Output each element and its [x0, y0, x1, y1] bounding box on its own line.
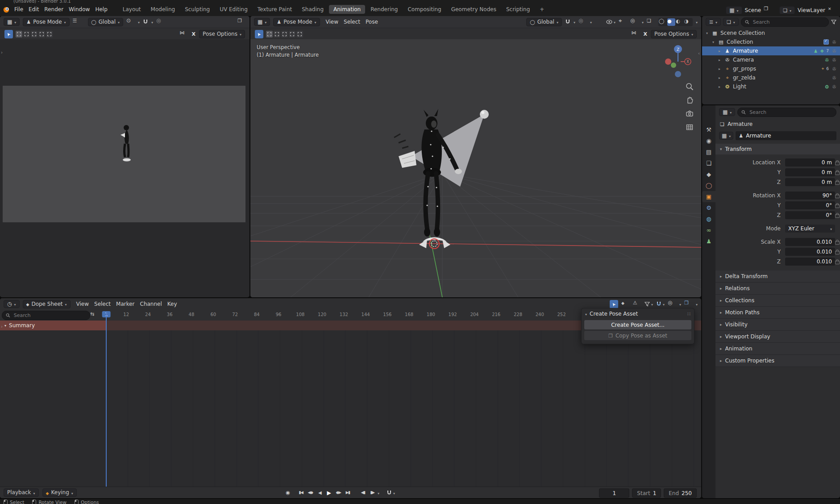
gizmos-icon[interactable]: [619, 18, 627, 26]
create-pose-asset-button[interactable]: Create Pose Asset...: [584, 320, 691, 329]
workspace-tab[interactable]: Compositing: [403, 5, 445, 14]
chevron-down-icon[interactable]: [696, 301, 698, 307]
collapsed-menus-icon[interactable]: [73, 18, 81, 26]
menu-item[interactable]: Edit: [26, 5, 42, 13]
search-input[interactable]: [749, 109, 832, 116]
rotation-mode-dropdown[interactable]: XYZ Euler: [785, 225, 835, 233]
pose-options-dropdown[interactable]: Pose Options: [199, 30, 245, 38]
outliner-row[interactable]: ▸ ⌖ gr_props ⌖ 6 ✇: [702, 64, 840, 73]
x-axis-mirror-toggle[interactable]: X: [643, 31, 648, 37]
view-layer-name[interactable]: ViewLayer: [798, 7, 825, 13]
snap-toggle[interactable]: [143, 19, 148, 25]
lock-icon[interactable]: [835, 179, 840, 185]
select-mode-button[interactable]: [281, 31, 288, 37]
properties-tab[interactable]: ❏: [702, 158, 715, 169]
outliner-row[interactable]: ▸ ✇ Camera ✇ ✇: [702, 55, 840, 64]
show-errors-icon[interactable]: [633, 300, 641, 308]
collapsed-panel-header[interactable]: ▸ Relations: [715, 283, 840, 295]
chevron-down-icon[interactable]: [642, 19, 644, 25]
number-field[interactable]: 0°: [785, 201, 835, 209]
lock-icon[interactable]: [835, 259, 840, 264]
select-mode-button[interactable]: [266, 31, 273, 37]
snap-toggle[interactable]: [565, 19, 570, 25]
secondary-viewport-canvas[interactable]: ›: [0, 39, 250, 297]
keyframe-filter-icon[interactable]: [621, 300, 630, 308]
copy-pose-as-asset-button[interactable]: Copy Pose as Asset: [584, 331, 691, 340]
number-field[interactable]: 0.010: [785, 238, 835, 246]
panel-header[interactable]: Create Pose Asset: [582, 308, 694, 319]
number-field[interactable]: 0 m: [785, 178, 835, 186]
render-visibility-icon[interactable]: ✇: [831, 49, 837, 54]
mode-selector[interactable]: Pose Mode: [273, 18, 320, 26]
playback-dropdown[interactable]: Playback: [4, 488, 39, 497]
editor-type-selector[interactable]: [254, 18, 270, 26]
display-mode-selector[interactable]: [723, 18, 739, 26]
render-visibility-icon[interactable]: ✇: [831, 58, 837, 62]
select-mode-button[interactable]: [46, 31, 53, 37]
play-reverse-button[interactable]: [318, 491, 321, 495]
chevron-down-icon[interactable]: [696, 19, 698, 25]
workspace-tab[interactable]: Geometry Nodes: [447, 5, 501, 14]
header-extra-icon[interactable]: [237, 18, 246, 26]
lock-icon[interactable]: [835, 212, 840, 218]
workspace-tab[interactable]: Layout: [118, 5, 146, 14]
camera-view-icon[interactable]: [685, 109, 694, 118]
properties-tab[interactable]: ◉: [702, 135, 715, 146]
workspace-tab[interactable]: Animation: [329, 5, 365, 14]
remove-view-layer-icon[interactable]: [828, 6, 836, 14]
properties-tab[interactable]: ♟: [702, 236, 715, 247]
properties-tab[interactable]: ◯: [702, 180, 715, 191]
search-input[interactable]: [13, 312, 86, 319]
workspace-tab[interactable]: Sculpting: [180, 5, 214, 14]
workspace-tab[interactable]: UV Editing: [215, 5, 252, 14]
viewport-canvas[interactable]: User Perspective (1) Armature | Armature…: [250, 39, 701, 297]
dope-sheet-mode-selector[interactable]: Dope Sheet: [23, 300, 71, 308]
menu-item[interactable]: View: [323, 18, 341, 26]
overlay-icon[interactable]: [684, 300, 693, 308]
drag-grip-icon[interactable]: [687, 311, 690, 317]
menu-item[interactable]: Select: [91, 300, 113, 308]
number-field[interactable]: 0 m: [785, 168, 835, 176]
select-mode-button[interactable]: [289, 31, 295, 37]
filter-funnel-icon[interactable]: [645, 301, 653, 307]
filter-funnel-icon[interactable]: [831, 19, 836, 25]
mirror-icon[interactable]: [632, 30, 640, 38]
shading-wireframe-icon[interactable]: [659, 18, 667, 26]
lock-icon[interactable]: [835, 249, 840, 254]
chevron-down-icon[interactable]: [151, 19, 153, 25]
shading-rendered-icon[interactable]: [684, 18, 692, 26]
new-scene-icon[interactable]: [764, 6, 772, 14]
overlays-icon[interactable]: [630, 18, 639, 26]
chevron-down-icon[interactable]: [138, 19, 140, 25]
editor-type-selector[interactable]: [719, 108, 735, 116]
select-mode-button[interactable]: [38, 31, 45, 37]
collapse-arrow-icon[interactable]: [585, 311, 587, 317]
channel-search[interactable]: [2, 311, 90, 320]
panel-toggle-icon[interactable]: ›: [1, 324, 3, 329]
search-input[interactable]: [752, 19, 825, 25]
collapsed-panel-header[interactable]: ▸ Animation: [715, 343, 840, 355]
navigation-gizmo[interactable]: Z X: [664, 44, 692, 83]
jump-to-start-button[interactable]: [299, 491, 303, 495]
editor-type-selector[interactable]: [4, 300, 20, 308]
outliner-row[interactable]: ▸ ⌖ gr_zelda ✇: [702, 73, 840, 82]
collection-checkbox[interactable]: [823, 39, 829, 45]
next-keyframe-button[interactable]: [336, 491, 341, 495]
playhead-line[interactable]: [106, 312, 107, 487]
chevron-down-icon[interactable]: [574, 19, 575, 25]
menu-item[interactable]: View: [74, 300, 91, 308]
menu-item[interactable]: Key: [165, 300, 180, 308]
disclosure-arrow-icon[interactable]: ▾: [705, 31, 709, 35]
pose-options-dropdown[interactable]: Pose Options: [651, 30, 697, 38]
collapsed-panel-header[interactable]: ▸ Motion Paths: [715, 307, 840, 319]
summary-channel[interactable]: ▾ Summary: [0, 321, 106, 330]
render-visibility-icon[interactable]: ✇: [831, 67, 837, 71]
transform-orientation-selector[interactable]: Global: [88, 18, 124, 26]
select-mode-button[interactable]: [274, 31, 280, 37]
proportional-editing-icon[interactable]: [156, 18, 165, 26]
number-field[interactable]: 0 m: [785, 158, 835, 167]
properties-tab[interactable]: ⚙: [702, 202, 715, 213]
view-layer-selector[interactable]: [779, 6, 795, 14]
lock-icon[interactable]: [835, 239, 840, 245]
object-name-field[interactable]: Armature: [736, 131, 836, 140]
